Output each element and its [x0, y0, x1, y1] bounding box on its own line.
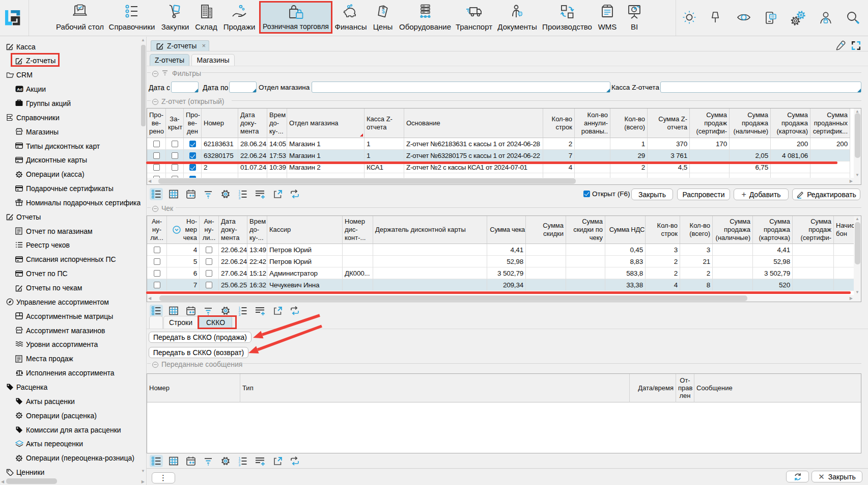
svg-text:3: 3	[239, 463, 241, 467]
svg-text:3: 3	[239, 313, 241, 316]
svg-text:Ad: Ad	[17, 87, 22, 91]
svg-text:3: 3	[239, 196, 241, 200]
